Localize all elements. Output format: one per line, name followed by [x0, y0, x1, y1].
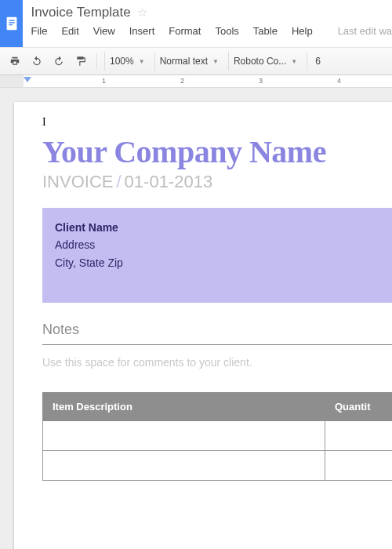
last-edit-info: Last edit wa	[338, 25, 392, 37]
document-title[interactable]: Invoice Template	[31, 5, 130, 20]
chevron-down-icon: ▼	[212, 58, 219, 65]
ruler-tick: 1	[102, 77, 106, 85]
menu-edit[interactable]: Edit	[61, 25, 78, 37]
table-row[interactable]	[43, 421, 393, 451]
cell-quantity[interactable]	[325, 451, 393, 481]
zoom-select[interactable]: 100% ▼	[104, 52, 150, 71]
menu-file[interactable]: File	[31, 25, 47, 37]
text-cursor: I	[42, 116, 392, 129]
font-size-value: 6	[315, 56, 321, 67]
menu-insert[interactable]: Insert	[129, 25, 155, 37]
notes-placeholder-text[interactable]: Use this space for comments to your clie…	[42, 356, 392, 369]
cell-quantity[interactable]	[325, 421, 393, 451]
menu-tools[interactable]: Tools	[215, 25, 238, 37]
editor-canvas[interactable]: I Your Company Name INVOICE/01-01-2013 C…	[0, 88, 392, 549]
ruler-tick: 3	[259, 77, 263, 85]
svg-rect-2	[9, 22, 14, 23]
font-family-select[interactable]: Roboto Co... ▼	[228, 52, 302, 71]
menu-help[interactable]: Help	[292, 25, 313, 37]
items-table[interactable]: Item Description Quantit	[42, 392, 392, 481]
undo-icon[interactable]	[28, 52, 45, 71]
app-header: Invoice Template ☆ File Edit View Insert…	[0, 0, 392, 47]
redo-icon[interactable]	[50, 52, 67, 71]
client-name: Client Name	[55, 219, 392, 236]
paragraph-style-select[interactable]: Normal text ▼	[154, 52, 223, 71]
client-address: Address	[55, 236, 392, 253]
svg-rect-0	[6, 17, 16, 31]
menu-table[interactable]: Table	[253, 25, 278, 37]
svg-rect-1	[9, 20, 14, 20]
zoom-value: 100%	[110, 56, 134, 67]
ruler-tick: 2	[180, 77, 184, 85]
column-header-quantity: Quantit	[325, 393, 393, 421]
chevron-down-icon: ▼	[139, 58, 145, 65]
invoice-date: 01-01-2013	[125, 172, 213, 191]
svg-rect-3	[9, 24, 13, 25]
document-page[interactable]: I Your Company Name INVOICE/01-01-2013 C…	[14, 102, 392, 549]
ruler-margin-shade	[0, 75, 24, 87]
column-header-description: Item Description	[43, 393, 325, 421]
notes-divider	[42, 344, 392, 345]
ruler-tick: 4	[337, 77, 341, 85]
star-icon[interactable]: ☆	[137, 5, 147, 20]
client-city-state-zip: City, State Zip	[55, 254, 392, 271]
font-value: Roboto Co...	[234, 56, 286, 67]
company-name-heading[interactable]: Your Company Name	[42, 133, 392, 170]
font-size-select[interactable]: 6	[307, 52, 325, 71]
table-row[interactable]	[43, 451, 393, 481]
cell-description[interactable]	[43, 421, 325, 451]
notes-heading[interactable]: Notes	[42, 322, 392, 338]
menu-format[interactable]: Format	[169, 25, 201, 37]
style-value: Normal text	[160, 56, 208, 67]
slash-separator: /	[116, 172, 121, 191]
print-icon[interactable]	[6, 52, 24, 71]
invoice-label: INVOICE	[42, 172, 113, 191]
cell-description[interactable]	[43, 451, 325, 481]
client-info-box[interactable]: Client Name Address City, State Zip	[42, 208, 392, 303]
menu-bar: File Edit View Insert Format Tools Table…	[31, 25, 392, 37]
menu-view[interactable]: View	[93, 25, 115, 37]
paint-format-icon[interactable]	[72, 52, 89, 71]
toolbar: 100% ▼ Normal text ▼ Roboto Co... ▼ 6	[0, 47, 392, 75]
toolbar-separator	[96, 53, 97, 69]
horizontal-ruler[interactable]: 1 2 3 4	[0, 75, 392, 88]
invoice-subheading[interactable]: INVOICE/01-01-2013	[42, 172, 392, 192]
indent-marker-icon[interactable]	[24, 77, 31, 82]
docs-home-icon[interactable]	[0, 0, 23, 47]
chevron-down-icon: ▼	[291, 58, 297, 65]
